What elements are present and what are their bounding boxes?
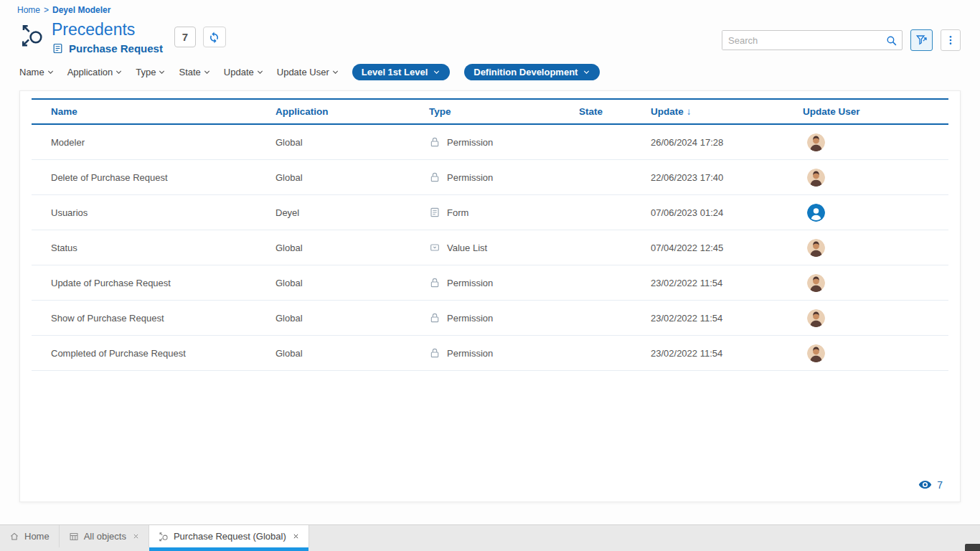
row-type: Permission xyxy=(447,313,493,324)
column-header-name[interactable]: Name xyxy=(51,106,275,117)
close-icon[interactable] xyxy=(293,533,299,540)
tab-purchase-request-global[interactable]: Purchase Request (Global) xyxy=(149,525,309,547)
column-header-state[interactable]: State xyxy=(579,106,651,117)
filter-pill-definition[interactable]: Definition Development xyxy=(464,64,600,80)
eye-icon xyxy=(918,478,932,491)
chevron-down-icon xyxy=(115,68,123,76)
lock-icon xyxy=(429,347,440,359)
row-type: Permission xyxy=(447,348,493,359)
filter-dropdown-state[interactable]: State xyxy=(179,67,210,77)
row-name: Update of Purchase Request xyxy=(51,278,275,288)
row-type: Permission xyxy=(447,172,493,183)
user-avatar xyxy=(807,274,825,292)
chevron-down-icon xyxy=(158,68,166,76)
row-type: Value List xyxy=(447,242,487,253)
row-application: Global xyxy=(275,172,429,183)
bottom-tab-bar: Home All objects Purchase Request (Globa… xyxy=(0,524,980,551)
visible-records-footer: 7 xyxy=(20,478,960,501)
table-header: Name Application Type State Update ↓ Upd… xyxy=(32,98,948,125)
row-application: Global xyxy=(275,278,429,288)
refresh-icon xyxy=(207,30,221,44)
row-type: Form xyxy=(447,207,468,218)
form-icon xyxy=(52,42,64,55)
refresh-button[interactable] xyxy=(203,27,226,47)
user-avatar xyxy=(807,309,825,327)
sort-desc-icon: ↓ xyxy=(687,106,692,117)
results-card: Name Application Type State Update ↓ Upd… xyxy=(19,90,961,502)
chevron-down-icon xyxy=(256,68,264,76)
row-update: 23/02/2022 11:54 xyxy=(651,313,803,324)
column-header-application[interactable]: Application xyxy=(275,106,429,117)
chevron-down-icon xyxy=(331,68,339,76)
precedents-icon xyxy=(20,23,44,47)
close-icon[interactable] xyxy=(133,533,139,540)
scrollbar-handle[interactable] xyxy=(965,544,980,551)
table-row[interactable]: Show of Purchase Request Global Permissi… xyxy=(32,301,948,336)
chevron-down-icon xyxy=(47,68,55,76)
breadcrumb-current[interactable]: Deyel Modeler xyxy=(52,5,110,15)
row-type: Permission xyxy=(447,137,493,148)
row-update: 23/02/2022 11:54 xyxy=(651,278,803,288)
more-options-button[interactable] xyxy=(941,29,961,51)
filter-dropdown-name[interactable]: Name xyxy=(19,67,55,77)
form-icon xyxy=(429,207,440,218)
chevron-down-icon xyxy=(203,68,211,76)
filter-icon xyxy=(915,34,928,47)
row-name: Delete of Purchase Request xyxy=(51,172,275,183)
home-icon xyxy=(9,532,19,542)
row-update: 23/02/2022 11:54 xyxy=(651,348,803,359)
search-button[interactable] xyxy=(880,31,902,50)
table-row[interactable]: Update of Purchase Request Global Permis… xyxy=(32,265,948,301)
page-subtitle: Purchase Request xyxy=(69,42,163,55)
filter-dropdown-update-user[interactable]: Update User xyxy=(277,67,339,77)
chevron-down-icon xyxy=(433,68,440,76)
column-header-type[interactable]: Type xyxy=(429,106,579,117)
row-name: Status xyxy=(51,242,275,253)
table-row[interactable]: Completed of Purchase Request Global Per… xyxy=(32,336,948,371)
search-input[interactable] xyxy=(722,31,880,50)
deyel-user-avatar xyxy=(807,204,825,222)
all-objects-icon xyxy=(69,532,79,542)
table-row[interactable]: Modeler Global Permission 26/06/2024 17:… xyxy=(32,125,948,160)
row-type: Permission xyxy=(447,278,493,288)
table-row[interactable]: Status Global Value List 07/04/2022 12:4… xyxy=(32,230,948,265)
filter-dropdown-type[interactable]: Type xyxy=(136,67,166,77)
filter-pill-level[interactable]: Level 1st Level xyxy=(352,64,451,80)
tab-all-objects[interactable]: All objects xyxy=(60,525,149,547)
row-name: Modeler xyxy=(51,137,275,148)
row-application: Global xyxy=(275,313,429,324)
lock-icon xyxy=(429,312,440,324)
chevron-down-icon xyxy=(583,68,590,76)
page-title: Precedents xyxy=(52,20,163,39)
row-application: Global xyxy=(275,137,429,148)
filter-dropdown-application[interactable]: Application xyxy=(67,67,123,77)
precedents-icon xyxy=(159,532,169,542)
row-update: 22/06/2023 17:40 xyxy=(651,172,803,183)
record-count-badge: 7 xyxy=(174,27,196,47)
table-row[interactable]: Usuarios Deyel Form 07/06/2023 01:24 xyxy=(32,195,948,230)
column-header-update[interactable]: Update ↓ xyxy=(651,106,803,117)
table-row[interactable]: Delete of Purchase Request Global Permis… xyxy=(32,160,948,195)
toolbar xyxy=(722,29,961,51)
column-header-update-user[interactable]: Update User xyxy=(803,106,948,117)
breadcrumb: Home > Deyel Modeler xyxy=(0,0,980,15)
breadcrumb-home-link[interactable]: Home xyxy=(17,5,40,15)
row-update: 07/06/2023 01:24 xyxy=(651,207,803,218)
filter-dropdown-update[interactable]: Update xyxy=(224,67,264,77)
lock-icon xyxy=(429,171,440,183)
user-avatar xyxy=(807,344,825,362)
kebab-menu-icon xyxy=(945,34,956,46)
row-application: Deyel xyxy=(275,207,429,218)
user-avatar xyxy=(807,239,825,257)
breadcrumb-separator: > xyxy=(44,5,49,15)
tab-home[interactable]: Home xyxy=(0,525,60,547)
row-name: Show of Purchase Request xyxy=(51,313,275,324)
lock-icon xyxy=(429,277,440,288)
user-avatar xyxy=(807,169,825,187)
row-name: Completed of Purchase Request xyxy=(51,348,275,359)
lock-icon xyxy=(429,136,440,148)
search-box xyxy=(722,30,903,50)
row-update: 26/06/2024 17:28 xyxy=(651,137,803,148)
visible-records-count: 7 xyxy=(937,479,943,491)
filter-button[interactable] xyxy=(910,29,933,51)
